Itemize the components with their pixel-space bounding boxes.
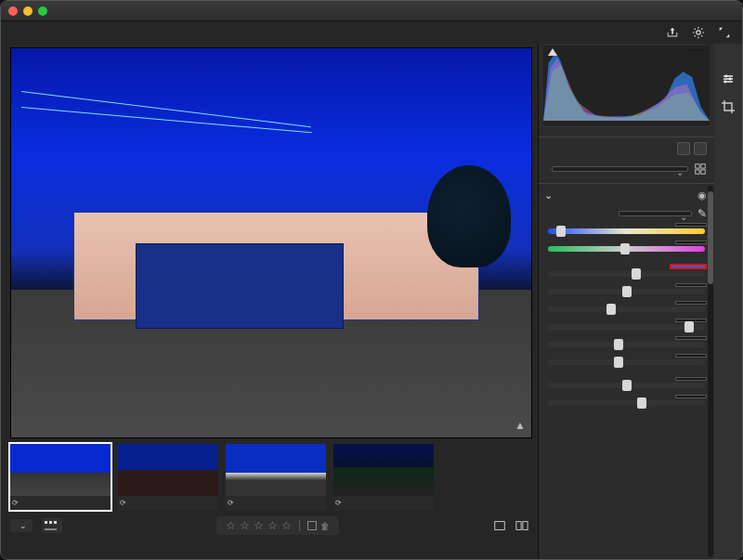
minimize-window-icon[interactable] (23, 7, 33, 16)
statusbar[interactable] (1, 539, 538, 559)
exposure-slider[interactable] (548, 271, 705, 277)
eyedropper-icon[interactable]: ✎ (697, 207, 707, 220)
profile-select[interactable] (552, 166, 688, 172)
edit-tool-icon[interactable] (721, 72, 736, 86)
star-icon[interactable]: ☆ (281, 519, 292, 532)
tint-slider[interactable] (548, 246, 705, 252)
building-front (136, 243, 344, 329)
blacks-slider[interactable] (548, 359, 705, 365)
tint-field[interactable] (675, 241, 707, 244)
thumbnail[interactable]: ⟳ (226, 444, 326, 510)
topbar (1, 21, 742, 44)
exposure-field[interactable] (670, 264, 707, 269)
body: ▲ ⟳ ⟳ ⟳ (1, 44, 742, 559)
svg-point-11 (725, 75, 728, 78)
crop-tool-icon[interactable] (721, 99, 736, 114)
rating-bar[interactable]: ☆ ☆ ☆ ☆ ☆ 🗑 (216, 516, 339, 535)
filmstrip: ⟳ ⟳ ⟳ ⟳ (1, 440, 538, 513)
texture-slider[interactable] (548, 383, 705, 388)
chevron-down-icon: ⌄ (20, 521, 27, 530)
shadow-clip-icon[interactable] (548, 48, 557, 56)
contrast-field[interactable] (675, 283, 707, 287)
svg-rect-10 (701, 170, 705, 174)
basic-section-header[interactable]: ⌄ ◉ (539, 184, 714, 205)
edit-header (539, 137, 714, 159)
svg-point-12 (729, 78, 732, 81)
star-icon[interactable]: ☆ (254, 519, 264, 532)
svg-rect-5 (516, 522, 521, 530)
tool-rail (714, 44, 742, 559)
contrast-slider[interactable] (548, 289, 705, 294)
highlights-field[interactable] (675, 301, 707, 305)
svg-rect-6 (523, 522, 528, 530)
blacks-field[interactable] (675, 354, 707, 358)
star-icon[interactable]: ☆ (226, 519, 236, 532)
tree-shape (427, 165, 511, 267)
chevron-down-icon: ⌄ (544, 189, 553, 202)
single-view-icon[interactable] (493, 519, 506, 532)
svg-rect-1 (45, 521, 47, 524)
trash-icon[interactable]: 🗑 (320, 521, 330, 531)
filter-icon[interactable] (42, 518, 62, 533)
star-trail (21, 107, 312, 133)
edit-panel: ⌄ ◉ ✎ (538, 44, 714, 559)
rgb-readout (685, 49, 704, 51)
auto-button[interactable] (677, 142, 690, 155)
clarity-field[interactable] (675, 395, 707, 398)
svg-point-0 (697, 31, 700, 34)
camera-raw-window: ▲ ⟳ ⟳ ⟳ (0, 0, 743, 560)
profile-browser-icon[interactable] (694, 163, 707, 176)
zoom-window-icon[interactable] (38, 7, 47, 16)
image-preview[interactable]: ▲ (10, 47, 532, 438)
whites-field[interactable] (675, 336, 707, 340)
white-balance-select[interactable] (619, 211, 692, 216)
settings-gear-icon[interactable] (692, 26, 705, 39)
highlights-slider[interactable] (548, 306, 705, 312)
temperature-field[interactable] (675, 223, 707, 227)
traffic-lights (8, 7, 47, 16)
thumbnail[interactable]: ⟳ (333, 444, 434, 510)
color-label-icon[interactable] (307, 521, 317, 530)
titlebar (1, 1, 742, 21)
svg-rect-2 (49, 521, 52, 524)
clarity-slider[interactable] (548, 400, 705, 406)
svg-rect-8 (701, 164, 705, 168)
panel-scrollbar[interactable] (708, 186, 713, 557)
sync-icon: ⟳ (12, 499, 19, 507)
svg-rect-7 (696, 164, 699, 168)
zoom-select[interactable]: ⌄ (10, 519, 33, 532)
exif-strip (539, 125, 714, 137)
svg-point-13 (724, 81, 727, 84)
bw-button[interactable] (694, 142, 707, 155)
histogram[interactable] (543, 46, 710, 125)
eyedropper-tool-icon[interactable] (721, 127, 736, 142)
compare-view-icon[interactable] (515, 519, 528, 532)
star-trail (21, 91, 310, 127)
whites-slider[interactable] (548, 342, 705, 347)
visibility-eye-icon[interactable]: ◉ (697, 189, 707, 202)
shadows-slider[interactable] (548, 324, 705, 330)
thumbnail[interactable]: ⟳ (118, 444, 218, 510)
content: ▲ ⟳ ⟳ ⟳ (1, 21, 742, 559)
left-column: ▲ ⟳ ⟳ ⟳ (1, 44, 538, 559)
star-icon[interactable]: ☆ (240, 519, 250, 532)
svg-rect-3 (54, 521, 57, 524)
texture-field[interactable] (675, 377, 707, 381)
shadow-clipping-warning-icon[interactable]: ▲ (515, 419, 526, 432)
star-icon[interactable]: ☆ (267, 519, 278, 532)
export-icon[interactable] (666, 26, 679, 39)
thumbnail[interactable]: ⟳ (10, 444, 111, 510)
toolstrip: ⌄ ☆ ☆ ☆ ☆ ☆ 🗑 (1, 513, 538, 539)
fullscreen-icon[interactable] (718, 26, 731, 39)
svg-rect-4 (495, 522, 505, 530)
svg-rect-9 (696, 170, 699, 174)
temperature-slider[interactable] (548, 228, 705, 234)
close-window-icon[interactable] (8, 7, 18, 16)
